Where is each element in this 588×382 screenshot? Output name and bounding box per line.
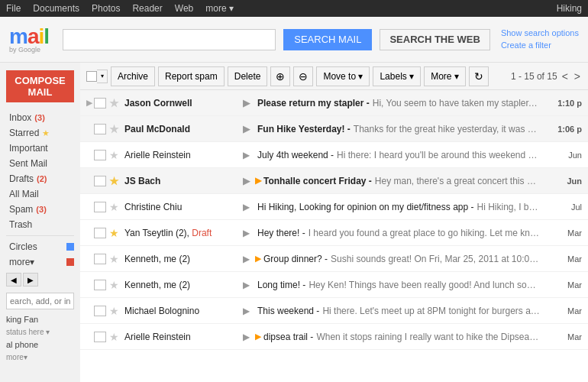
row-checkbox[interactable] (94, 254, 106, 264)
sidebar-arrow-left[interactable]: ◀ (6, 273, 21, 286)
search-input[interactable] (63, 29, 276, 50)
sender-name: Paul McDonald (124, 124, 243, 134)
forward-icon: ▶ (243, 228, 255, 238)
forward-icon: ▶ (243, 176, 255, 186)
forward-icon: ▶ (243, 98, 255, 108)
compose-button[interactable]: COMPOSE MAIL (6, 70, 74, 102)
sidebar-item-sentmail[interactable]: Sent Mail (0, 156, 80, 171)
email-time: Mar (540, 228, 582, 238)
sidebar-fan-label: king Fan (0, 312, 80, 326)
email-area: ▾ Archive Report spam Delete ⊕ ⊖ Move to… (80, 63, 588, 382)
more-button[interactable]: More ▾ (424, 66, 466, 86)
create-filter-link[interactable]: Create a filter (501, 40, 551, 51)
email-row[interactable]: ★Arielle Reinstein▶July 4th weekend - Hi… (80, 142, 588, 168)
sidebar-status[interactable]: status here ▾ (0, 326, 80, 338)
sidebar-item-trash[interactable]: Trash (0, 217, 80, 232)
select-dropdown-arrow[interactable]: ▾ (97, 70, 108, 83)
sidebar-item-starred[interactable]: Starred ★ (0, 125, 80, 141)
sidebar-item-important[interactable]: Important (0, 141, 80, 156)
email-preview: When it stops raining I really want to h… (316, 332, 540, 342)
archive-button[interactable]: Archive (111, 66, 155, 86)
draft-label: Draft (192, 228, 212, 238)
report-spam-button[interactable]: Report spam (158, 66, 225, 86)
email-row[interactable]: ★Yan Tseytlin (2), Draft▶Hey there! - I … (80, 220, 588, 246)
page-prev-button[interactable]: < (561, 70, 570, 83)
email-row[interactable]: ▶★Jason Cornwell▶Please return my staple… (80, 90, 588, 116)
row-checkbox[interactable] (94, 202, 106, 212)
email-row[interactable]: ★JS Bach▶▶Tonhalle concert Friday - Hey … (80, 168, 588, 194)
search-mail-button[interactable]: SEARCH MAIL (283, 29, 372, 50)
sidebar-item-allmail[interactable]: All Mail (0, 186, 80, 202)
star-icon[interactable]: ★ (109, 253, 121, 265)
email-row[interactable]: ★Paul McDonald▶Fun Hike Yesterday! - Tha… (80, 116, 588, 142)
star-icon[interactable]: ★ (109, 175, 121, 187)
row-checkbox[interactable] (94, 176, 106, 186)
sidebar-item-drafts[interactable]: Drafts (2) (0, 171, 80, 186)
row-checkbox[interactable] (94, 228, 106, 238)
email-subject: Group dinner? - (263, 254, 328, 264)
os-menu-web[interactable]: Web (175, 3, 193, 14)
os-menu-more[interactable]: more ▾ (205, 3, 234, 14)
email-row[interactable]: ★Arielle Reinstein▶▶dipsea trail - When … (80, 324, 588, 350)
subject-preview: Hey there! - I heard you found a great p… (257, 228, 540, 238)
os-menu-file[interactable]: File (6, 3, 21, 14)
row-checkbox[interactable] (94, 98, 106, 108)
select-all-checkbox[interactable] (86, 71, 97, 82)
sidebar-circles-dot (66, 243, 74, 251)
email-preview: Thanks for the great hike yesterday, it … (354, 124, 540, 134)
page-next-button[interactable]: > (573, 70, 582, 83)
row-checkbox[interactable] (94, 306, 106, 316)
email-row[interactable]: ★Kenneth, me (2)▶▶Group dinner? - Sushi … (80, 246, 588, 272)
star-icon[interactable]: ★ (109, 97, 121, 109)
email-row[interactable]: ★Christine Chiu▶Hi Hiking, Looking for o… (80, 194, 588, 220)
sidebar-item-spam[interactable]: Spam (3) (0, 202, 80, 217)
search-contacts-input[interactable] (6, 293, 74, 309)
tag-icon[interactable]: ⊖ (293, 66, 313, 86)
sidebar-drafts-badge: (2) (37, 174, 47, 183)
os-menu-photos[interactable]: Photos (92, 3, 120, 14)
sidebar-allmail-label: All Mail (9, 189, 39, 199)
sidebar-item-circles[interactable]: Circles (0, 239, 80, 254)
refresh-button[interactable]: ↻ (469, 66, 489, 86)
email-time: 1:10 p (540, 99, 582, 108)
sidebar-item-inbox[interactable]: Inbox (3) (0, 110, 80, 125)
email-preview: Hi there. Let's meet up at 8PM tonight f… (322, 306, 540, 316)
star-icon[interactable]: ★ (109, 123, 121, 135)
email-preview: Hey Ken! Things have been really good! A… (309, 280, 540, 290)
forward-icon: ▶ (243, 332, 255, 342)
play-icon: ▶ (255, 254, 261, 264)
os-menu-documents[interactable]: Documents (33, 3, 79, 14)
sender-name: Kenneth, me (2) (124, 280, 243, 290)
sender-name: Kenneth, me (2) (124, 254, 243, 264)
star-icon[interactable]: ★ (109, 149, 121, 161)
sidebar-more-dropdown[interactable]: more▾ (0, 351, 80, 363)
email-subject: July 4th weekend - (257, 150, 334, 160)
move-to-button[interactable]: Move to ▾ (316, 66, 370, 86)
search-web-button[interactable]: SEARCH THE WEB (380, 29, 489, 50)
os-bar: File Documents Photos Reader Web more ▾ … (0, 0, 588, 17)
delete-button[interactable]: Delete (228, 66, 268, 86)
show-search-options-link[interactable]: Show search options (501, 28, 579, 39)
row-checkbox[interactable] (94, 332, 106, 342)
row-checkbox[interactable] (94, 124, 106, 134)
select-checkbox-dropdown[interactable]: ▾ (86, 70, 108, 83)
star-icon[interactable]: ★ (109, 331, 121, 343)
star-icon[interactable]: ★ (109, 279, 121, 291)
sidebar-arrow-right[interactable]: ▶ (23, 273, 38, 286)
star-icon[interactable]: ★ (109, 227, 121, 239)
email-time: Jul (540, 202, 582, 212)
row-checkbox[interactable] (94, 150, 106, 160)
sidebar-item-more[interactable]: more▾ (0, 254, 80, 270)
subject-preview: Tonhalle concert Friday - Hey man, there… (263, 176, 540, 186)
star-icon[interactable]: ★ (109, 201, 121, 213)
forward-icon: ▶ (243, 202, 255, 212)
row-checkbox[interactable] (94, 280, 106, 290)
email-subject: This weekend - (257, 306, 319, 316)
email-row[interactable]: ★Michael Bolognino▶This weekend - Hi the… (80, 298, 588, 324)
star-icon[interactable]: ★ (109, 305, 121, 317)
plus-icon[interactable]: ⊕ (270, 66, 290, 86)
forward-icon: ▶ (243, 150, 255, 160)
labels-button[interactable]: Labels ▾ (373, 66, 421, 86)
email-row[interactable]: ★Kenneth, me (2)▶Long time! - Hey Ken! T… (80, 272, 588, 298)
os-menu-reader[interactable]: Reader (132, 3, 162, 14)
